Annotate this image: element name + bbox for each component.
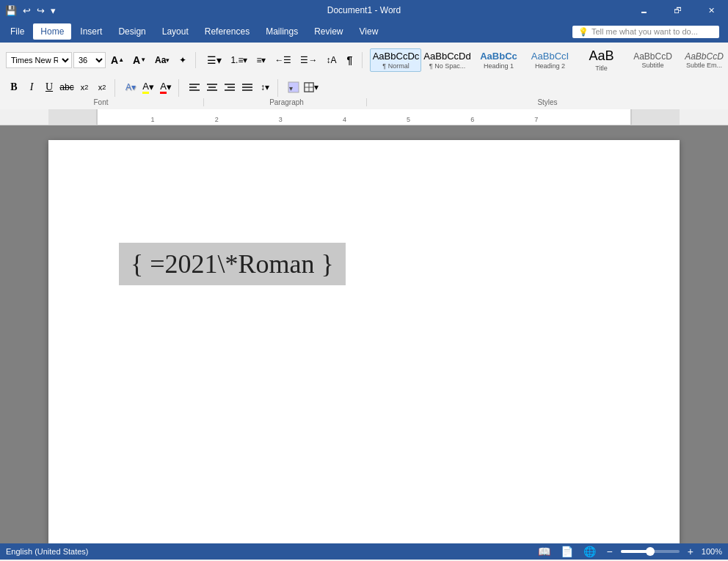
format-section: B I U abc x2 x2 [3,79,115,97]
italic-button[interactable]: I [23,79,40,95]
style-subtitle-sample: AaBbCcD [633,51,672,62]
shading-button[interactable]: ▾ [285,79,302,95]
text-effects-button[interactable]: A▾ [123,79,139,95]
field-code[interactable]: { =2021\*Roman } [119,243,346,285]
style-title[interactable]: AaB Title [575,46,627,74]
menu-references[interactable]: References [197,23,257,40]
close-button[interactable]: ✕ [694,0,728,21]
svg-rect-11 [242,89,252,91]
zoom-out-button[interactable]: − [604,546,614,557]
svg-rect-7 [228,87,235,88]
text-effect-section: A▾ A▾ A▾ [120,79,179,97]
sort-button[interactable]: ↕A [322,52,340,68]
svg-rect-5 [207,89,217,91]
style-no-spacing[interactable]: AaBbCcDd ¶ No Spac... [421,48,473,72]
zoom-level: 100% [702,547,722,556]
underline-button[interactable]: U [41,79,57,95]
menu-layout[interactable]: Layout [155,23,196,40]
zoom-slider[interactable] [621,550,680,553]
style-heading1-sample: AaBbCc [480,51,517,62]
clear-format-button[interactable]: ✦ [175,52,191,68]
title-bar: 💾 ↩ ↪ ▾ Document1 - Word 🗕 🗗 ✕ [0,0,728,21]
minimize-button[interactable]: 🗕 [627,0,660,21]
justify-button[interactable] [239,79,255,95]
alignment-section: ↕▾ [183,79,278,97]
style-title-label: Title [595,65,608,72]
svg-rect-10 [242,87,252,88]
list-section: ☰▾ 1.≡▾ ≡▾ ←☰ ☰→ ↕A ¶ [200,52,363,68]
line-spacing-button[interactable]: ↕▾ [257,79,273,95]
zoom-thumb[interactable] [646,547,655,556]
svg-rect-3 [207,84,217,85]
shrink-font-button[interactable]: A▼ [129,52,150,68]
redo-quick-button[interactable]: ↪ [34,4,47,18]
undo-quick-button[interactable]: ↩ [21,4,33,18]
tell-me-text: Tell me what you want to do... [592,27,698,36]
document-page: { =2021\*Roman } [48,140,680,543]
menu-home[interactable]: Home [33,23,71,40]
borders-button[interactable]: ▾ [303,79,319,95]
window-controls: 🗕 🗗 ✕ [627,0,728,21]
style-title-sample: AaB [589,48,614,65]
language-status: English (United States) [6,547,89,556]
title-text: Document1 - Word [327,5,401,15]
document-content: { =2021\*Roman } [119,243,609,285]
align-center-button[interactable] [204,79,220,95]
align-right-button[interactable] [222,79,238,95]
status-right: 📖 📄 🌐 − + 100% [536,546,722,557]
style-normal[interactable]: AaBbCcDc ¶ Normal [370,48,421,72]
menu-mailings[interactable]: Mailings [258,23,305,40]
svg-rect-9 [242,84,252,85]
style-heading2-label: Heading 2 [535,62,565,70]
web-layout-button[interactable]: 🌐 [581,546,598,557]
svg-text:▾: ▾ [289,84,293,92]
zoom-in-button[interactable]: + [685,546,696,557]
ribbon-row2: B I U abc x2 x2 A▾ A▾ A▾ [0,78,728,98]
ruler-inner: 1 2 3 4 5 6 7 [97,109,631,125]
style-heading1[interactable]: AaBbCc Heading 1 [473,48,524,72]
styles-section: AaBbCcDc ¶ Normal AaBbCcDd ¶ No Spac... … [367,45,725,76]
style-subtitle[interactable]: AaBbCcD Subtitle [627,49,678,71]
customize-quick-button[interactable]: ▾ [48,4,58,18]
save-quick-button[interactable]: 💾 [3,4,19,18]
font-color-button[interactable]: A▾ [158,79,174,95]
align-left-button[interactable] [186,79,203,95]
menu-insert[interactable]: Insert [73,23,109,40]
menu-design[interactable]: Design [111,23,153,40]
strikethrough-button[interactable]: abc [59,79,75,95]
style-heading2[interactable]: AaBbCcI Heading 2 [524,48,575,72]
print-layout-button[interactable]: 📄 [558,546,575,557]
svg-rect-1 [189,87,197,88]
style-heading1-label: Heading 1 [484,62,514,70]
show-marks-button[interactable]: ¶ [341,52,357,68]
subscript-button[interactable]: x2 [76,79,92,95]
ribbon-row1: Times New Ro Arial Calibri 36 891011 121… [0,43,728,78]
superscript-button[interactable]: x2 [94,79,110,95]
grow-font-button[interactable]: A▲ [107,52,128,68]
style-subtle-em-label: Subtle Em... [686,62,722,69]
style-subtle-em[interactable]: AaBbCcD Subtle Em... [678,49,725,71]
font-size-select[interactable]: 36 891011 12141618 24283648 72 [73,52,106,68]
increase-indent-button[interactable]: ☰→ [296,52,321,68]
read-mode-button[interactable]: 📖 [536,546,553,557]
doc-area: { =2021\*Roman } [0,125,728,543]
style-normal-label: ¶ Normal [382,62,409,70]
menu-file[interactable]: File [3,23,32,40]
menu-review[interactable]: Review [307,23,350,40]
font-section: Times New Ro Arial Calibri 36 891011 121… [3,52,196,68]
style-subtitle-label: Subtitle [641,62,663,69]
ribbon: Times New Ro Arial Calibri 36 891011 121… [0,43,728,109]
bold-button[interactable]: B [6,79,22,95]
decrease-indent-button[interactable]: ←☰ [271,52,295,68]
numbering-button[interactable]: 1.≡▾ [227,52,251,68]
change-case-button[interactable]: Aa▾ [151,52,173,68]
shading-section: ▾ ▾ [283,79,324,97]
bullets-button[interactable]: ☰▾ [203,52,225,68]
tell-me-search[interactable]: 💡 Tell me what you want to do... [572,26,719,38]
multilevel-button[interactable]: ≡▾ [252,52,269,68]
style-heading2-sample: AaBbCcI [531,51,569,62]
restore-button[interactable]: 🗗 [660,0,694,21]
menu-view[interactable]: View [352,23,386,40]
font-name-select[interactable]: Times New Ro Arial Calibri [6,52,72,68]
highlight-button[interactable]: A▾ [140,79,156,95]
